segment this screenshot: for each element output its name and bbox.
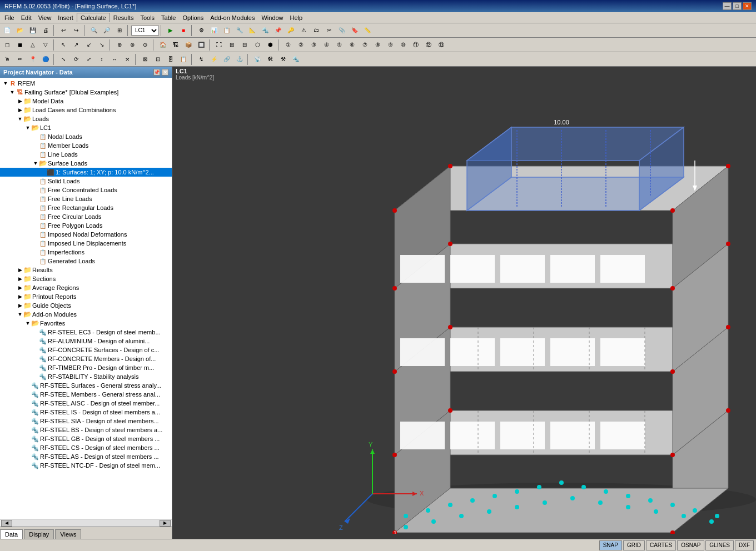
tree-guide-objects[interactable]: ▶ 📁 Guide Objects — [0, 301, 172, 310]
tb3-btn18[interactable]: ⚓ — [233, 53, 246, 66]
tree-imperfections[interactable]: 📋 Imperfections — [0, 248, 172, 257]
tree-free-poly[interactable]: 📋 Free Polygon Loads — [0, 221, 172, 230]
tb3-btn3[interactable]: 📍 — [27, 53, 39, 66]
menu-addon[interactable]: Add-on Modules — [207, 13, 258, 22]
tb2-btn26[interactable]: ⑥ — [346, 39, 358, 51]
tree-generated-loads[interactable]: 📋 Generated Loads — [0, 257, 172, 266]
menu-help[interactable]: Help — [287, 13, 306, 22]
scroll-left[interactable]: ◀ — [1, 520, 12, 527]
tree-imposed-line[interactable]: 📋 Imposed Line Displacements — [0, 239, 172, 248]
tb2-btn8[interactable]: ↘ — [96, 39, 108, 51]
menu-file[interactable]: File — [1, 13, 18, 22]
tree-surface-loads[interactable]: ▼ 📂 Surface Loads — [0, 159, 172, 168]
tb-btn-n[interactable]: 📏 — [361, 24, 374, 37]
tree-results[interactable]: ▶ 📁 Results — [0, 266, 172, 274]
tb2-btn18[interactable]: ⊟ — [238, 39, 251, 51]
tree-avg-regions[interactable]: ▶ 📁 Average Regions — [0, 283, 172, 292]
toggle-surface[interactable]: ▼ — [32, 160, 39, 167]
tree-rf-steel-gb[interactable]: 🔩 RF-STEEL GB - Design of steel members … — [0, 434, 172, 443]
tb-zoom-in[interactable]: 🔍 — [88, 24, 100, 37]
toggle-rfem[interactable]: ▼ — [2, 80, 9, 87]
nav-close[interactable]: ✕ — [162, 69, 168, 76]
tb-save[interactable]: 💾 — [27, 24, 39, 37]
tb2-btn9[interactable]: ⊕ — [113, 39, 126, 51]
tree-project[interactable]: ▼ 🏗 Failing Surface* [Dlubal Examples] — [0, 88, 172, 97]
tb3-btn19[interactable]: 📡 — [251, 53, 263, 66]
tb3-btn22[interactable]: 🔩 — [290, 53, 302, 66]
tb-btn-a[interactable]: ⚙ — [195, 24, 207, 37]
tree-solid-loads[interactable]: 📋 Solid Loads — [0, 177, 172, 186]
tree-favorites[interactable]: ▼ 📂 Favorites — [0, 319, 172, 328]
tb3-btn16[interactable]: ⚡ — [208, 53, 220, 66]
tree-free-rect[interactable]: 📋 Free Rectangular Loads — [0, 203, 172, 212]
tree-free-circ[interactable]: 📋 Free Circular Loads — [0, 212, 172, 221]
toggle-lc1[interactable]: ▼ — [24, 124, 31, 131]
menu-view[interactable]: View — [35, 13, 55, 22]
tb3-btn9[interactable]: ↔ — [108, 53, 121, 66]
tb3-btn2[interactable]: ✏ — [14, 53, 26, 66]
tb3-btn5[interactable]: ⤡ — [57, 53, 69, 66]
menu-results[interactable]: Results — [110, 13, 137, 22]
tb-zoom-all[interactable]: ⊞ — [113, 24, 126, 37]
toggle-printout[interactable]: ▶ — [17, 293, 23, 300]
tb2-btn29[interactable]: ⑨ — [384, 39, 396, 51]
tree-free-line[interactable]: 📋 Free Line Loads — [0, 194, 172, 203]
toggle-results[interactable]: ▶ — [17, 267, 23, 273]
menu-table[interactable]: Table — [158, 13, 179, 22]
menu-insert[interactable]: Insert — [54, 13, 77, 22]
tree-load-cases[interactable]: ▶ 📁 Load Cases and Combinations — [0, 106, 172, 114]
grid-button[interactable]: GRID — [623, 540, 645, 550]
nav-pin[interactable]: 📌 — [153, 69, 160, 76]
tree-rf-steel-as[interactable]: 🔩 RF-STEEL AS - Design of steel members … — [0, 452, 172, 461]
tb2-btn3[interactable]: △ — [27, 39, 39, 51]
tree-printout[interactable]: ▶ 📁 Printout Reports — [0, 292, 172, 301]
toggle-load-cases[interactable]: ▶ — [17, 107, 23, 113]
tb-new[interactable]: 📄 — [1, 24, 13, 37]
tb-btn-g[interactable]: 📌 — [272, 24, 284, 37]
tb-btn-j[interactable]: 🗂 — [310, 24, 322, 37]
tb3-btn7[interactable]: ⤢ — [83, 53, 95, 66]
tb2-btn14[interactable]: 📦 — [182, 39, 195, 51]
tb-btn-d[interactable]: 🔧 — [233, 24, 246, 37]
tb2-btn27[interactable]: ⑦ — [359, 39, 371, 51]
menu-window[interactable]: Window — [258, 13, 286, 22]
tree-rf-steel-ec3[interactable]: 🔩 RF-STEEL EC3 - Design of steel memb... — [0, 328, 172, 337]
tb-btn-b[interactable]: 📊 — [208, 24, 220, 37]
dxf-button[interactable]: DXF — [735, 540, 754, 550]
tree-addon-modules[interactable]: ▼ 📂 Add-on Modules — [0, 310, 172, 319]
toggle-model-data[interactable]: ▶ — [17, 98, 23, 104]
osnap-button[interactable]: OSNAP — [677, 540, 704, 550]
toggle-avg[interactable]: ▶ — [17, 284, 23, 291]
tb2-btn28[interactable]: ⑧ — [371, 39, 384, 51]
tb-btn-h[interactable]: 🔑 — [285, 24, 297, 37]
tb2-btn32[interactable]: ⑫ — [422, 39, 435, 51]
snap-button[interactable]: SNAP — [599, 540, 622, 550]
tree-rf-concrete-surf[interactable]: 🔩 RF-CONCRETE Surfaces - Design of c... — [0, 345, 172, 354]
tree-root-rfem[interactable]: ▼ R RFEM — [0, 79, 172, 88]
tree-rf-stability[interactable]: 🔩 RF-STABILITY - Stability analysis — [0, 372, 172, 381]
tb2-btn17[interactable]: ⊞ — [226, 39, 238, 51]
tb3-btn8[interactable]: ↕ — [96, 53, 108, 66]
tree-member-loads[interactable]: 📋 Member Loads — [0, 141, 172, 150]
tree-loads[interactable]: ▼ 📂 Loads — [0, 114, 172, 123]
toggle-sections[interactable]: ▶ — [17, 276, 23, 282]
tb-btn-c[interactable]: 📋 — [221, 24, 233, 37]
tb2-btn11[interactable]: ⊙ — [139, 39, 151, 51]
tb-btn-f[interactable]: 🔩 — [259, 24, 271, 37]
tb2-btn31[interactable]: ⑪ — [410, 39, 422, 51]
tb2-btn15[interactable]: 🔲 — [195, 39, 207, 51]
tb2-btn33[interactable]: ⑬ — [435, 39, 447, 51]
tb2-btn22[interactable]: ② — [295, 39, 307, 51]
scroll-right[interactable]: ▶ — [160, 520, 171, 527]
toggle-loads[interactable]: ▼ — [17, 116, 23, 122]
menu-options[interactable]: Options — [179, 13, 207, 22]
tb2-btn23[interactable]: ③ — [307, 39, 320, 51]
tb2-btn30[interactable]: ⑩ — [397, 39, 409, 51]
tb-btn-i[interactable]: ⚠ — [297, 24, 310, 37]
tb-stop[interactable]: ■ — [177, 24, 190, 37]
tb2-btn1[interactable]: ◻ — [1, 39, 13, 51]
tree-sections[interactable]: ▶ 📁 Sections — [0, 274, 172, 283]
tb3-btn21[interactable]: ⚒ — [277, 53, 289, 66]
horizontal-scrollbar[interactable]: ◀ ▶ — [0, 519, 172, 527]
tb-open[interactable]: 📂 — [14, 24, 26, 37]
